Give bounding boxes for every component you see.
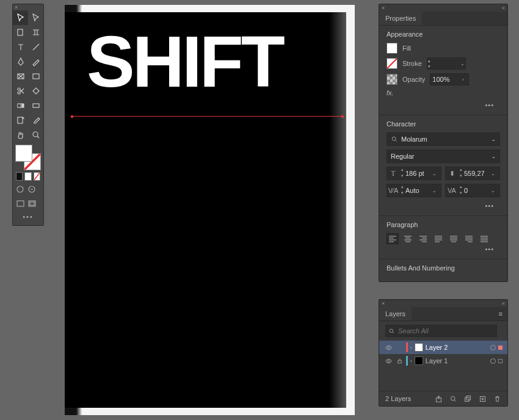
filter-icon[interactable] <box>501 327 501 335</box>
align-right-icon[interactable] <box>417 233 429 244</box>
svg-point-17 <box>387 360 389 361</box>
justify-left-icon[interactable] <box>432 233 445 244</box>
hand-tool[interactable] <box>13 128 28 142</box>
svg-point-3 <box>18 88 20 90</box>
layer-thumb <box>415 357 423 365</box>
layers-menu-icon[interactable]: ≡ <box>494 307 507 320</box>
paragraph-more-icon[interactable]: ••• <box>387 244 500 254</box>
eyedropper-tool[interactable] <box>28 113 43 128</box>
tab-properties[interactable]: Properties <box>379 12 422 25</box>
fill-label: Fill <box>402 45 411 52</box>
panel-close-icon[interactable]: × <box>382 5 385 11</box>
character-section: Character Molarum⌄ Regular⌄ 𝕋 ▴▾ ⌄ ⬍ ▴▾ … <box>379 115 507 216</box>
pencil-tool[interactable] <box>28 54 43 69</box>
new-layer-icon[interactable] <box>478 394 487 403</box>
visibility-icon[interactable] <box>384 357 393 365</box>
text-frame[interactable]: SHIFT <box>87 26 283 98</box>
rectangle-frame-tool[interactable] <box>13 69 28 84</box>
leading-field[interactable]: ⬍ ▴▾ ⌄ <box>445 167 500 180</box>
appearance-section: Appearance Fill Stroke ▴▾ ⌄ Opacity › fx… <box>379 26 507 115</box>
leading-icon: ⬍ <box>446 170 458 178</box>
svg-rect-21 <box>465 397 469 402</box>
align-center-icon[interactable] <box>402 233 414 244</box>
layer-name: Layer 1 <box>426 357 448 364</box>
gap-tool[interactable] <box>28 25 43 40</box>
screen-mode-icons[interactable] <box>13 197 43 211</box>
visibility-icon[interactable] <box>384 343 393 352</box>
svg-point-20 <box>451 396 455 400</box>
tracking-icon: VA <box>446 187 458 194</box>
layers-close-icon[interactable]: × <box>382 300 385 306</box>
expand-icon[interactable]: › <box>410 358 412 364</box>
tab-layers[interactable]: Layers <box>379 307 412 320</box>
svg-point-16 <box>387 346 389 348</box>
fill-swatch[interactable] <box>387 43 397 54</box>
toolbox-more-icon[interactable]: ••• <box>13 211 43 225</box>
svg-rect-22 <box>466 396 471 400</box>
tracking-field[interactable]: VA ▴▾ ⌄ <box>445 184 500 197</box>
selection-indicator[interactable] <box>498 346 503 350</box>
fx-button[interactable]: fx. <box>387 89 394 96</box>
rectangle-tool[interactable] <box>28 69 43 84</box>
character-title: Character <box>387 120 500 128</box>
export-icon[interactable] <box>434 394 443 403</box>
font-size-icon: 𝕋 <box>387 170 399 178</box>
character-more-icon[interactable]: ••• <box>387 201 500 211</box>
gradient-swatch-tool[interactable] <box>13 98 28 113</box>
svg-point-15 <box>390 329 393 333</box>
selection-tool[interactable] <box>13 10 28 25</box>
svg-rect-0 <box>18 29 23 35</box>
justify-right-icon[interactable] <box>463 233 475 244</box>
document-canvas[interactable]: SHIFT <box>65 5 355 415</box>
free-transform-tool[interactable] <box>28 84 43 98</box>
selection-indicator[interactable] <box>498 359 503 363</box>
font-size-field[interactable]: 𝕋 ▴▾ ⌄ <box>387 167 441 180</box>
layer-row[interactable]: › Layer 2 <box>379 341 507 354</box>
gradient-feather-tool[interactable] <box>28 98 43 113</box>
svg-rect-5 <box>18 104 24 107</box>
text-baseline-indicator <box>72 116 343 117</box>
pen-tool[interactable] <box>13 54 28 69</box>
layer-name: Layer 2 <box>426 344 448 351</box>
expand-icon[interactable]: › <box>410 345 412 350</box>
format-container-toggle[interactable] <box>13 170 43 183</box>
layer-row[interactable]: › Layer 1 <box>379 354 507 368</box>
new-sublayer-icon[interactable] <box>463 394 472 403</box>
fill-stroke-swatch[interactable] <box>13 142 43 170</box>
target-icon[interactable] <box>490 358 496 364</box>
scissors-tool[interactable] <box>13 84 28 98</box>
justify-center-icon[interactable] <box>448 233 460 244</box>
properties-panel: ×« Properties Appearance Fill Stroke ▴▾ … <box>379 4 508 282</box>
opacity-label: Opacity <box>402 76 425 83</box>
zoom-tool[interactable] <box>28 128 43 142</box>
lock-icon[interactable] <box>395 358 404 364</box>
svg-point-8 <box>33 132 38 137</box>
svg-rect-2 <box>33 74 39 79</box>
kerning-field[interactable]: V⁄A ▴▾ ⌄ <box>387 184 441 197</box>
note-tool[interactable] <box>13 113 28 128</box>
target-icon[interactable] <box>490 345 496 350</box>
panel-collapse-icon[interactable]: « <box>502 5 505 11</box>
layers-search-input[interactable] <box>385 325 497 337</box>
direct-selection-tool[interactable] <box>28 10 43 25</box>
appearance-more-icon[interactable]: ••• <box>387 100 500 110</box>
align-left-icon[interactable] <box>387 233 399 244</box>
page-tool[interactable] <box>13 25 28 40</box>
type-tool[interactable] <box>13 40 28 54</box>
locate-icon[interactable] <box>449 394 457 403</box>
toolbox-panel: × ••• <box>12 4 44 226</box>
opacity-field[interactable]: › <box>430 73 469 85</box>
layers-collapse-icon[interactable]: « <box>502 300 505 306</box>
stroke-weight-field[interactable]: ▴▾ ⌄ <box>427 57 466 70</box>
line-tool[interactable] <box>28 40 43 54</box>
font-family-select[interactable]: Molarum⌄ <box>387 132 500 146</box>
svg-rect-7 <box>18 117 23 123</box>
font-style-select[interactable]: Regular⌄ <box>387 150 500 163</box>
stroke-swatch[interactable] <box>387 58 397 69</box>
justify-all-icon[interactable] <box>478 233 490 244</box>
delete-layer-icon[interactable] <box>493 394 501 403</box>
apply-color-icons[interactable] <box>13 183 43 197</box>
opacity-swatch[interactable] <box>387 74 397 85</box>
toolbox-header[interactable]: × <box>13 4 43 10</box>
svg-rect-6 <box>33 104 39 107</box>
